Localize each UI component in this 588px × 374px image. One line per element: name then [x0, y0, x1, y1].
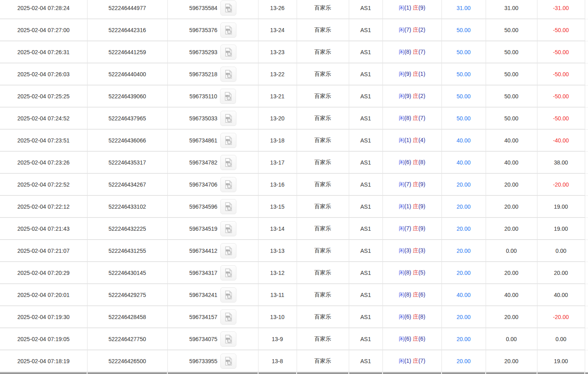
player-label: 闲	[399, 291, 404, 298]
order-no-cell: 522246427750	[87, 328, 167, 350]
table-no-cell: 13-15	[258, 195, 297, 217]
bet-amount-link[interactable]: 20.00	[456, 226, 470, 232]
result-cell: 闲(8) 庄(7)	[383, 41, 442, 63]
profit-cell: -50.00	[537, 19, 585, 41]
game-type-cell: 百家乐	[297, 306, 349, 328]
bet-amount-link[interactable]: 40.00	[456, 159, 470, 166]
bet-amount-link[interactable]: 20.00	[456, 336, 470, 342]
summary-bet-total: 561.00	[442, 372, 486, 374]
profit-cell: 20.00	[537, 262, 585, 284]
round-no: 596734706	[189, 181, 217, 188]
player-label: 闲	[399, 26, 404, 33]
video-replay-button[interactable]	[220, 221, 236, 236]
video-replay-button[interactable]	[220, 287, 236, 303]
result-cell: 闲(8) 庄(5)	[383, 262, 442, 284]
platform-cell: AS1	[349, 173, 383, 195]
round-no: 596734596	[189, 203, 217, 210]
valid-amount-cell: 50.00	[486, 19, 537, 41]
profit-cell: 0.00	[537, 328, 585, 350]
result-cell: 闲(7) 庄(9)	[383, 217, 442, 240]
time-cell: 2025-02-04 07:19:30	[0, 306, 87, 328]
bet-amount-link[interactable]: 50.00	[456, 27, 470, 33]
order-no-cell: 522246439060	[87, 85, 167, 107]
round-no-cell: 596735218	[167, 63, 258, 85]
bet-amount-link[interactable]: 50.00	[456, 49, 470, 55]
platform-cell: AS1	[349, 217, 383, 240]
video-replay-button[interactable]	[220, 89, 236, 104]
platform-cell: AS1	[349, 63, 383, 85]
video-replay-button[interactable]	[220, 67, 236, 82]
video-replay-button[interactable]	[220, 133, 236, 148]
table-row: 2025-02-04 07:18:19 522246426500 5967339…	[0, 350, 588, 372]
banker-label: 庄	[413, 137, 418, 143]
player-score: (1)	[404, 4, 411, 11]
bet-amount-link[interactable]: 20.00	[456, 358, 470, 364]
bet-amount-link[interactable]: 20.00	[456, 203, 470, 210]
result-cell: 闲(7) 庄(9)	[383, 173, 442, 195]
valid-amount-cell: 20.00	[486, 306, 537, 328]
bet-amount-link[interactable]: 50.00	[456, 71, 470, 77]
row-filler	[585, 240, 588, 262]
player-score: (7)	[404, 225, 411, 232]
banker-score: (9)	[418, 225, 425, 232]
video-replay-button[interactable]	[220, 243, 236, 258]
player-score: (9)	[404, 71, 411, 77]
bet-amount-link[interactable]: 50.00	[456, 115, 470, 122]
profit-cell: -20.00	[537, 306, 585, 328]
bet-amount-link[interactable]: 20.00	[456, 181, 470, 188]
bet-amount-cell: 31.00	[442, 0, 486, 19]
video-replay-button[interactable]	[220, 45, 236, 60]
video-replay-button[interactable]	[220, 0, 236, 16]
banker-score: (3)	[418, 247, 425, 254]
platform-cell: AS1	[349, 41, 383, 63]
player-label: 闲	[399, 181, 404, 187]
bet-amount-cell: 20.00	[442, 173, 486, 195]
video-replay-button[interactable]	[220, 111, 236, 126]
banker-score: (4)	[418, 137, 425, 143]
row-filler	[585, 262, 588, 284]
table-row: 2025-02-04 07:23:51 522246436066 5967348…	[0, 129, 588, 151]
table-no-cell: 13-16	[258, 173, 297, 195]
bet-amount-link[interactable]: 20.00	[456, 248, 470, 254]
round-no: 596734782	[189, 159, 217, 166]
bet-amount-link[interactable]: 50.00	[456, 93, 470, 100]
row-filler	[585, 0, 588, 19]
player-label: 闲	[399, 4, 404, 11]
platform-cell: AS1	[349, 328, 383, 350]
round-no-cell: 596735110	[167, 85, 258, 107]
bet-amount-cell: 40.00	[442, 151, 486, 173]
video-replay-button[interactable]	[220, 265, 236, 280]
banker-score: (5)	[418, 269, 425, 276]
banker-score: (6)	[418, 335, 425, 342]
table-no-cell: 13-26	[258, 0, 297, 19]
bet-amount-cell: 40.00	[442, 129, 486, 151]
table-row: 2025-02-04 07:22:12 522246433102 5967345…	[0, 195, 588, 217]
video-replay-button[interactable]	[220, 354, 236, 369]
table-row: 2025-02-04 07:25:25 522246439060 5967351…	[0, 85, 588, 107]
bet-amount-link[interactable]: 20.00	[456, 270, 470, 276]
result-cell: 闲(3) 庄(3)	[383, 240, 442, 262]
round-no-cell: 596734317	[167, 262, 258, 284]
row-filler	[585, 19, 588, 41]
order-no-cell: 522246432225	[87, 217, 167, 240]
game-type-cell: 百家乐	[297, 19, 349, 41]
video-replay-button[interactable]	[220, 155, 236, 170]
result-cell: 闲(1) 庄(9)	[383, 0, 442, 19]
video-replay-button[interactable]	[220, 199, 236, 214]
valid-amount-cell: 50.00	[486, 41, 537, 63]
bet-amount-link[interactable]: 20.00	[456, 314, 470, 320]
platform-cell: AS1	[349, 262, 383, 284]
video-replay-button[interactable]	[220, 177, 236, 192]
profit-cell: 0.00	[537, 240, 585, 262]
video-replay-button[interactable]	[220, 22, 236, 38]
valid-amount-cell: 20.00	[486, 195, 537, 217]
bet-amount-cell: 50.00	[442, 19, 486, 41]
video-replay-button[interactable]	[220, 331, 236, 347]
table-row: 2025-02-04 07:28:24 522246444977 5967355…	[0, 0, 588, 19]
video-replay-button[interactable]	[220, 309, 236, 325]
bet-amount-link[interactable]: 40.00	[456, 292, 470, 298]
table-no-cell: 13-21	[258, 85, 297, 107]
bet-amount-link[interactable]: 40.00	[456, 137, 470, 144]
time-cell: 2025-02-04 07:22:52	[0, 173, 87, 195]
bet-amount-link[interactable]: 31.00	[456, 5, 470, 11]
